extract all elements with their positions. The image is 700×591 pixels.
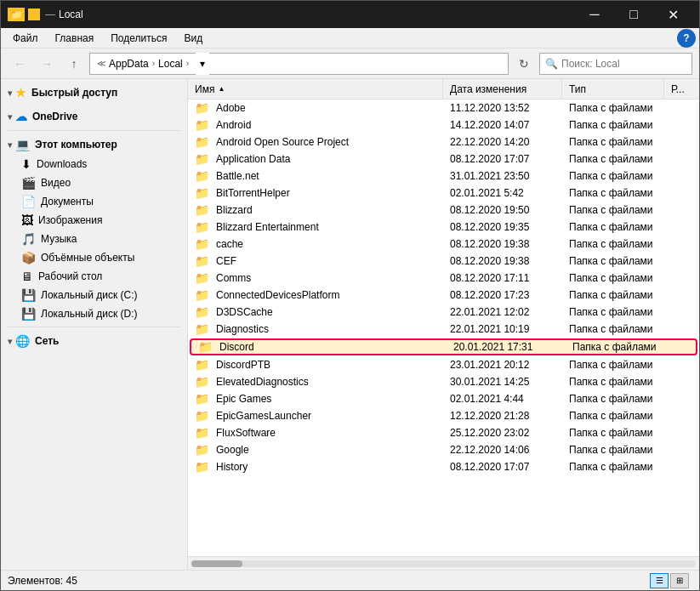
file-name-cell: 📁 Comms (188, 271, 443, 285)
table-row[interactable]: 📁 Application Data 08.12.2020 17:07 Папк… (188, 151, 699, 168)
sidebar-item-disk-c[interactable]: 💾 Локальный диск (C:) (1, 286, 187, 304)
file-name: Android Open Source Project (216, 136, 349, 148)
onedrive-label: OneDrive (32, 111, 77, 122)
table-row[interactable]: 📁 History 08.12.2020 17:07 Папка с файла… (188, 458, 699, 475)
table-row[interactable]: 📁 cache 08.12.2020 19:38 Папка с файлами (188, 236, 699, 253)
table-row[interactable]: 📁 Battle.net 31.01.2021 23:50 Папка с фа… (188, 168, 699, 185)
close-button[interactable]: ✕ (653, 1, 692, 28)
table-row[interactable]: 📁 D3DSCache 22.01.2021 12:02 Папка с фай… (188, 304, 699, 321)
menu-home[interactable]: Главная (47, 31, 103, 46)
file-date: 12.12.2020 21:28 (450, 410, 529, 422)
file-type: Папка с файлами (572, 341, 657, 353)
file-type-cell: Папка с файлами (562, 410, 664, 422)
file-date-cell: 25.12.2020 23:02 (443, 427, 562, 439)
explorer-window: 📁 — Local ─ □ ✕ Файл Главная Поделиться … (0, 0, 700, 591)
disk-c-icon: 💾 (21, 288, 36, 302)
table-row[interactable]: 📁 Blizzard 08.12.2020 19:50 Папка с файл… (188, 202, 699, 219)
file-list: 📁 Adobe 11.12.2020 13:52 Папка с файлами… (188, 99, 699, 556)
table-row[interactable]: 📁 CEF 08.12.2020 19:38 Папка с файлами (188, 253, 699, 270)
breadcrumb-local[interactable]: Local (158, 58, 183, 70)
breadcrumb-appdata[interactable]: AppData (109, 58, 149, 70)
table-row[interactable]: 📁 Blizzard Entertainment 08.12.2020 19:3… (188, 219, 699, 236)
forward-button[interactable]: → (35, 52, 59, 76)
col-header-date[interactable]: Дата изменения (443, 79, 562, 99)
file-name: History (216, 461, 248, 473)
network-label: Сеть (35, 335, 59, 347)
col-size-label: Р... (671, 83, 685, 95)
refresh-button[interactable]: ↻ (512, 52, 536, 76)
table-row[interactable]: 📁 Discord 20.01.2021 17:31 Папка с файла… (190, 338, 697, 355)
sidebar-item-3d[interactable]: 📦 Объёмные объекты (1, 248, 187, 267)
folder-icon: 📁 (195, 135, 209, 149)
file-type: Папка с файлами (569, 461, 653, 473)
table-row[interactable]: 📁 Google 22.12.2020 14:06 Папка с файлам… (188, 441, 699, 458)
sidebar-item-desktop-label: Рабочий стол (38, 270, 102, 282)
file-name-cell: 📁 Android (188, 118, 443, 132)
network-header[interactable]: ▾ 🌐 Сеть (1, 331, 187, 351)
table-row[interactable]: 📁 ElevatedDiagnostics 30.01.2021 14:25 П… (188, 373, 699, 390)
file-date: 08.12.2020 19:50 (450, 204, 529, 216)
sidebar-item-disk-d[interactable]: 💾 Локальный диск (D:) (1, 304, 187, 323)
file-name-cell: 📁 Blizzard Entertainment (188, 220, 443, 234)
folder-icon: 📁 (195, 375, 209, 389)
table-row[interactable]: 📁 ConnectedDevicesPlatform 08.12.2020 17… (188, 287, 699, 304)
view-tiles-button[interactable]: ⊞ (670, 573, 689, 588)
file-name: Diagnostics (216, 323, 269, 335)
hscroll-thumb[interactable] (191, 560, 242, 567)
file-type: Папка с файлами (569, 102, 653, 114)
back-button[interactable]: ← (8, 52, 31, 76)
horizontal-scrollbar[interactable] (188, 556, 699, 570)
file-date-cell: 02.01.2021 5:42 (443, 187, 562, 199)
quick-access-header[interactable]: ▾ ★ Быстрый доступ (1, 82, 187, 103)
col-header-size[interactable]: Р... (664, 79, 699, 99)
sidebar-item-images[interactable]: 🖼 Изображения (1, 211, 187, 230)
table-row[interactable]: 📁 Comms 08.12.2020 17:11 Папка с файлами (188, 270, 699, 287)
file-type: Папка с файлами (569, 444, 653, 456)
maximize-button[interactable]: □ (614, 1, 653, 28)
file-type: Папка с файлами (569, 306, 653, 318)
table-row[interactable]: 📁 Adobe 11.12.2020 13:52 Папка с файлами (188, 99, 699, 116)
onedrive-header[interactable]: ▾ ☁ OneDrive (1, 106, 187, 127)
file-name: Adobe (216, 102, 246, 114)
table-row[interactable]: 📁 Android 14.12.2020 14:07 Папка с файла… (188, 116, 699, 134)
help-button[interactable]: ? (677, 29, 696, 48)
table-row[interactable]: 📁 Epic Games 02.01.2021 4:44 Папка с фай… (188, 390, 699, 407)
onedrive-icon: ☁ (15, 110, 27, 123)
sidebar-item-video[interactable]: 🎬 Видео (1, 173, 187, 192)
minimize-button[interactable]: ─ (575, 1, 614, 28)
documents-icon: 📄 (21, 195, 36, 208)
folder-icon: 📁 (195, 392, 209, 406)
breadcrumb-dropdown-button[interactable]: ▾ (196, 53, 209, 75)
table-row[interactable]: 📁 DiscordPTB 23.01.2021 20:12 Папка с фа… (188, 356, 699, 373)
col-header-type[interactable]: Тип (562, 79, 664, 99)
sidebar-item-music[interactable]: 🎵 Музыка (1, 230, 187, 248)
title-folder-icon: 📁 (8, 8, 25, 21)
file-name-cell: 📁 Discord (191, 340, 447, 354)
file-name-cell: 📁 Blizzard (188, 203, 443, 217)
sidebar-item-downloads[interactable]: ⬇ Downloads (1, 155, 187, 173)
file-type-cell: Папка с файлами (562, 427, 664, 439)
file-date-cell: 11.12.2020 13:52 (443, 102, 562, 114)
table-row[interactable]: 📁 EpicGamesLauncher 12.12.2020 21:28 Пап… (188, 407, 699, 424)
file-name: Blizzard (216, 204, 253, 216)
sidebar-item-disk-d-label: Локальный диск (D:) (41, 308, 138, 320)
table-row[interactable]: 📁 BitTorrentHelper 02.01.2021 5:42 Папка… (188, 185, 699, 202)
view-details-button[interactable]: ☰ (650, 573, 669, 588)
file-name: ConnectedDevicesPlatform (216, 289, 339, 301)
folder-icon: 📁 (198, 340, 213, 354)
file-type: Папка с файлами (569, 359, 653, 371)
menu-share[interactable]: Поделиться (102, 31, 175, 46)
col-header-name[interactable]: Имя ▲ (188, 79, 443, 99)
up-button[interactable]: ↑ (62, 52, 86, 76)
search-input[interactable] (561, 58, 689, 70)
table-row[interactable]: 📁 FluxSoftware 25.12.2020 23:02 Папка с … (188, 424, 699, 441)
file-name-cell: 📁 DiscordPTB (188, 358, 443, 372)
sidebar-item-desktop[interactable]: 🖥 Рабочий стол (1, 267, 187, 286)
this-pc-header[interactable]: ▾ 💻 Этот компьютер (1, 134, 187, 155)
menu-view[interactable]: Вид (175, 31, 211, 46)
menu-file[interactable]: Файл (4, 31, 47, 46)
table-row[interactable]: 📁 Diagnostics 22.01.2021 10:19 Папка с ф… (188, 321, 699, 338)
table-row[interactable]: 📁 Android Open Source Project 22.12.2020… (188, 134, 699, 151)
this-pc-chevron: ▾ (8, 140, 12, 150)
sidebar-item-documents[interactable]: 📄 Документы (1, 192, 187, 211)
